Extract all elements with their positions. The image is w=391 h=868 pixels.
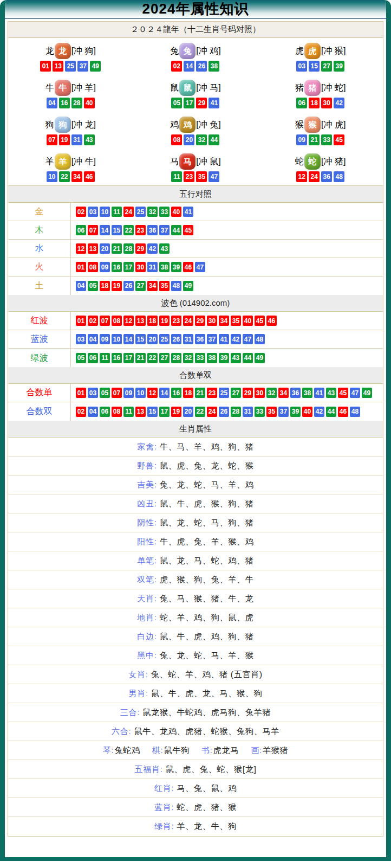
- sum-odd-numbers: 0103050709101214161821232527293032343638…: [71, 384, 383, 402]
- attr-row-five-fortune: 五福肖:鼠、虎、兔、蛇、猴[龙]: [8, 760, 383, 779]
- attr-value: 羊、龙、牛、狗: [177, 821, 237, 832]
- zodiac-clash-label: [冲 虎]: [321, 120, 346, 129]
- number-badge: 05: [76, 353, 86, 363]
- zodiac-clash-label: [冲 蛇]: [321, 83, 346, 92]
- number-badge: 11: [171, 171, 182, 182]
- zodiac-cell-tiger: 虎虎[冲 猴]03152739: [258, 38, 383, 75]
- zodiac-cell-snake: 蛇蛇[冲 猪]12243648: [258, 149, 383, 185]
- number-badge: 25: [135, 207, 146, 217]
- number-badge: 07: [100, 316, 110, 326]
- zodiac-number-badges: 03152739: [296, 61, 344, 72]
- attr-label: 阳性:: [137, 537, 157, 547]
- number-badge: 37: [207, 334, 217, 344]
- number-badge: 37: [278, 407, 289, 417]
- attr-value: 鼠龙猴、牛蛇鸡、虎马狗、兔羊猪: [142, 708, 271, 718]
- zodiac-name-horse: 马马[冲 鼠]: [170, 153, 220, 170]
- gold-numbers: 02031011242532334041: [71, 203, 383, 221]
- zodiac-animal-name: 鼠: [170, 83, 179, 92]
- number-badge: 26: [196, 61, 207, 72]
- number-badge: 14: [159, 388, 170, 398]
- number-badge: 29: [243, 388, 253, 398]
- zodiac-animal-name: 猪: [295, 83, 304, 92]
- number-badge: 35: [196, 171, 207, 182]
- number-badge: 14: [184, 61, 194, 72]
- section-header-five-elements: 五行对照: [8, 186, 383, 203]
- zodiac-cell-rooster: 鸡鸡[冲 兔]08203244: [133, 112, 258, 149]
- attr-row-four-arts: 琴:兔蛇鸡棋:鼠牛狗书:虎龙马画:羊猴猪: [8, 741, 383, 760]
- number-badge: 21: [195, 388, 205, 398]
- attr-value: 虎、猴、狗、兔、羊、牛: [160, 575, 254, 585]
- section-header-sum-parity: 合数单双: [8, 367, 383, 384]
- number-badge: 12: [76, 243, 86, 254]
- wave-color-rows: 红波0102070812131819232429303435404546蓝波03…: [8, 312, 383, 367]
- number-badge: 30: [321, 98, 332, 108]
- number-badge: 11: [100, 353, 110, 363]
- number-badge: 28: [71, 98, 82, 108]
- attr-value: 兔、蛇、羊、鸡、猪 (五宫肖): [151, 670, 263, 680]
- number-badge: 44: [208, 134, 219, 145]
- number-badge: 20: [147, 334, 158, 344]
- number-badge: 16: [112, 353, 122, 363]
- number-badge: 33: [195, 353, 205, 363]
- number-badge: 40: [243, 316, 253, 326]
- page-title: 2024年属性知识: [5, 0, 386, 18]
- number-badge: 17: [184, 98, 194, 108]
- number-badge: 17: [123, 262, 134, 272]
- dog-icon: 狗: [55, 117, 71, 133]
- number-badge: 41: [219, 334, 229, 344]
- zodiac-clash-label: [冲 兔]: [196, 120, 220, 129]
- attr-row-male-zodiac: 男肖:鼠、牛、虎、龙、马、猴、狗: [8, 684, 383, 703]
- tiger-icon: 虎: [304, 43, 321, 59]
- number-badge: 48: [171, 281, 181, 291]
- number-badge: 08: [112, 407, 122, 417]
- red-wave-label: 红波: [8, 312, 71, 330]
- attr-value: 鼠、虎、兔、蛇、猴[龙]: [166, 764, 257, 775]
- attr-label: 男肖:: [129, 689, 149, 699]
- number-badge: 27: [159, 353, 170, 363]
- number-badge: 10: [135, 388, 146, 398]
- attr-pair-value: 兔蛇鸡: [114, 745, 140, 755]
- number-badge: 08: [171, 134, 182, 145]
- page-content: ２０２４龍年（十二生肖号码对照） 龙龙[冲 狗]0113253749兔兔[冲 鸡…: [5, 19, 386, 857]
- number-badge: 45: [334, 134, 344, 145]
- zodiac-clash-label: [冲 羊]: [71, 83, 96, 92]
- zodiac-number-grid: 龙龙[冲 狗]0113253749兔兔[冲 鸡]02142638虎虎[冲 猴]0…: [8, 38, 383, 186]
- attr-value: 兔、马、猴、猪、牛、龙: [160, 594, 254, 604]
- number-badge: 29: [196, 98, 207, 108]
- number-badge: 38: [302, 388, 312, 398]
- attr-pair-value: 羊猴猪: [263, 745, 288, 755]
- number-badge: 06: [100, 407, 110, 417]
- number-badge: 39: [171, 262, 181, 272]
- attr-pair-value: 鼠牛狗: [164, 745, 190, 755]
- attr-row-double-stroke: 双笔:虎、猴、狗、兔、羊、牛: [8, 570, 383, 589]
- attr-label: 白边:: [137, 632, 157, 642]
- attr-value: 兔、龙、蛇、马、羊、鸡: [160, 480, 254, 490]
- pig-icon: 猪: [304, 80, 321, 96]
- number-badge: 45: [338, 388, 348, 398]
- attr-row-lucky-fair: 吉美:兔、龙、蛇、马、羊、鸡: [8, 475, 383, 494]
- attr-row-yang: 阳性:牛、虎、兔、羊、猴、鸡: [8, 532, 383, 551]
- zodiac-number-badges: 09213345: [296, 134, 344, 145]
- number-badge: 12: [147, 388, 158, 398]
- number-badge: 39: [334, 61, 344, 72]
- attr-value: 兔、龙、蛇、马、羊、猴: [160, 651, 254, 661]
- number-badge: 43: [231, 353, 241, 363]
- number-badge: 03: [88, 207, 98, 217]
- number-badge: 42: [231, 334, 241, 344]
- number-badge: 28: [171, 353, 181, 363]
- attr-label: 三合:: [120, 708, 140, 718]
- attr-row-female-zodiac: 女肖:兔、蛇、羊、鸡、猪 (五宫肖): [8, 665, 383, 684]
- zodiac-clash-label: [冲 龙]: [71, 120, 96, 129]
- five-elements-rows: 金02031011242532334041木060714152223363744…: [8, 203, 383, 295]
- zodiac-number-badges: 10223446: [47, 171, 95, 182]
- attr-label: 天肖:: [137, 594, 157, 604]
- number-badge: 44: [171, 225, 181, 235]
- attr-value: 蛇、虎、猪、猴: [177, 802, 237, 813]
- number-badge: 15: [135, 334, 146, 344]
- number-badge: 28: [231, 407, 241, 417]
- zodiac-animal-name: 羊: [45, 157, 54, 166]
- attr-pair-label: 琴:: [103, 745, 114, 755]
- number-badge: 47: [208, 171, 219, 182]
- number-badge: 32: [266, 388, 277, 398]
- sum-odd-label: 合数单: [8, 384, 71, 402]
